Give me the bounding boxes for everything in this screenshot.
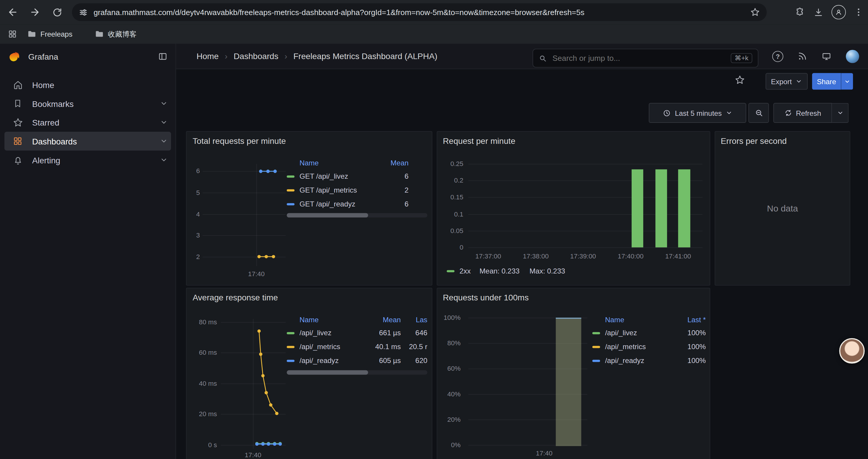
chevron-down-icon[interactable] xyxy=(160,137,168,145)
export-button[interactable]: Export xyxy=(766,73,807,90)
extensions-icon[interactable] xyxy=(795,7,806,18)
series-name[interactable]: /api/_readyz xyxy=(605,357,675,365)
search-input[interactable] xyxy=(551,53,731,63)
grafana-header: Home › Dashboards › Freeleaps Metrics Da… xyxy=(176,44,868,69)
reload-button[interactable] xyxy=(48,3,66,22)
series-mean: 6 xyxy=(386,200,409,208)
breadcrumb-home[interactable]: Home xyxy=(196,52,219,61)
panel-title[interactable]: Request per minute xyxy=(443,136,515,145)
series-name[interactable]: GET /api/_readyz xyxy=(300,200,386,208)
legend-header-mean[interactable]: Mean xyxy=(366,315,401,323)
zoom-out-button[interactable] xyxy=(748,103,769,123)
series-name[interactable]: /api/_metrics xyxy=(605,342,675,351)
panel-requests-under-100ms[interactable]: Requests under 100ms 100%80%60%40%20%0% … xyxy=(437,288,710,459)
menu-kebab-icon[interactable] xyxy=(854,7,864,17)
series-name[interactable]: /api/_livez xyxy=(605,329,675,337)
apps-grid-icon[interactable] xyxy=(8,29,17,39)
url-bar[interactable]: grafana.mathmast.com/d/deytv4rwavabkb/fr… xyxy=(72,3,767,21)
legend-row[interactable]: /api/_readyz 605 µs 620 xyxy=(287,354,428,367)
y-axis: 80 ms60 ms40 ms20 ms0 s xyxy=(191,319,217,449)
chart-plot xyxy=(203,164,286,266)
refresh-button[interactable]: Refresh xyxy=(773,103,832,123)
legend-row[interactable]: GET /api/_readyz 6 xyxy=(287,197,428,211)
panel-total-requests[interactable]: Total requests per minute 65432 17:40 Na… xyxy=(186,131,433,286)
legend-header-row: Name Mean xyxy=(287,156,428,169)
brand-name: Grafana xyxy=(28,52,59,61)
scrollbar-thumb[interactable] xyxy=(287,213,368,218)
panel-title[interactable]: Total requests per minute xyxy=(193,136,286,145)
legend-inline[interactable]: 2xx Mean: 0.233 Max: 0.233 xyxy=(447,267,565,275)
sidebar-item-dashboards[interactable]: Dashboards xyxy=(4,132,171,151)
share-button[interactable]: Share xyxy=(812,73,841,90)
panel-title[interactable]: Requests under 100ms xyxy=(443,293,529,302)
bookmark-star-icon[interactable] xyxy=(750,7,760,17)
legend-header-name[interactable]: Name xyxy=(605,315,675,323)
profile-avatar[interactable] xyxy=(831,5,846,20)
breadcrumb-dashboards[interactable]: Dashboards xyxy=(234,52,279,61)
series-name[interactable]: /api/_readyz xyxy=(300,357,367,365)
series-name[interactable]: /api/_livez xyxy=(300,329,367,337)
panel-errors-per-second[interactable]: Errors per second No data xyxy=(715,131,850,286)
user-avatar[interactable] xyxy=(846,50,859,63)
legend-header-mean[interactable]: Mean xyxy=(386,159,409,167)
legend-row[interactable]: /api/_metrics 100% xyxy=(592,340,706,354)
chart-plot xyxy=(468,164,703,248)
back-button[interactable] xyxy=(3,3,22,22)
chevron-down-icon[interactable] xyxy=(160,156,168,164)
floating-assistant-avatar[interactable] xyxy=(839,338,865,364)
legend-row[interactable]: /api/_livez 100% xyxy=(592,326,706,340)
bookmark-label: Freeleaps xyxy=(40,30,72,38)
monitor-icon[interactable] xyxy=(822,51,832,61)
legend-header-last[interactable]: Las xyxy=(401,315,428,323)
refresh-interval-caret[interactable] xyxy=(832,103,848,123)
legend-header-last[interactable]: Last * xyxy=(675,315,706,323)
sidebar-item-bookmarks[interactable]: Bookmarks xyxy=(4,94,171,113)
panel-request-per-minute[interactable]: Request per minute 0.250.20.150.10.050 1… xyxy=(437,131,710,286)
legend-row[interactable]: GET /api/_livez 6 xyxy=(287,169,428,183)
share-label: Share xyxy=(817,77,836,85)
panel-average-response-time[interactable]: Average response time 80 ms60 ms40 ms20 … xyxy=(186,288,433,459)
legend-row[interactable]: /api/_readyz 100% xyxy=(592,354,706,367)
grafana-logo[interactable] xyxy=(8,50,20,63)
series-name[interactable]: /api/_metrics xyxy=(300,342,367,351)
sidebar-item-label: Bookmarks xyxy=(32,99,74,108)
legend-header-name[interactable]: Name xyxy=(300,315,367,323)
collapse-sidebar-icon[interactable] xyxy=(158,52,168,61)
rss-icon[interactable] xyxy=(798,52,807,61)
forward-button[interactable] xyxy=(25,3,44,22)
refresh-icon xyxy=(784,109,792,117)
series-name[interactable]: 2xx xyxy=(459,267,471,275)
bookmark-folder-freeleaps[interactable]: Freeleaps xyxy=(23,27,77,41)
panel-title[interactable]: Average response time xyxy=(193,293,278,302)
sidebar-item-alerting[interactable]: Alerting xyxy=(4,151,171,169)
legend-header-row: Name Last * xyxy=(592,313,706,326)
sidebar-item-starred[interactable]: Starred xyxy=(4,113,171,132)
favorite-star-icon[interactable] xyxy=(735,75,745,85)
legend-row[interactable]: GET /api/_metrics 2 xyxy=(287,183,428,197)
chevron-down-icon xyxy=(796,78,802,85)
url-text[interactable]: grafana.mathmast.com/d/deytv4rwavabkb/fr… xyxy=(94,8,750,17)
search-bar[interactable]: ⌘+k xyxy=(533,49,758,68)
legend-row[interactable]: /api/_metrics 40.1 ms 20.5 r xyxy=(287,340,428,354)
clock-icon xyxy=(663,109,671,117)
help-icon[interactable]: ? xyxy=(772,51,783,61)
refresh-split-button: Refresh xyxy=(773,103,849,123)
legend-row[interactable]: /api/_livez 661 µs 646 xyxy=(287,326,428,340)
chevron-down-icon[interactable] xyxy=(160,119,168,126)
sidebar-item-home[interactable]: Home xyxy=(4,75,171,94)
series-name[interactable]: GET /api/_metrics xyxy=(300,186,386,194)
series-name[interactable]: GET /api/_livez xyxy=(300,172,386,181)
site-info-icon[interactable] xyxy=(79,7,88,17)
time-range-picker[interactable]: Last 5 minutes xyxy=(649,103,746,123)
bookmarks-bar: Freeleaps 收藏博客 xyxy=(0,24,868,44)
bookmark-folder-blogs[interactable]: 收藏博客 xyxy=(90,27,141,41)
share-menu-caret[interactable] xyxy=(841,73,853,90)
chevron-down-icon[interactable] xyxy=(160,100,168,107)
legend-header-name[interactable]: Name xyxy=(300,159,386,167)
legend-scrollbar[interactable] xyxy=(287,370,428,375)
scrollbar-thumb[interactable] xyxy=(287,370,368,375)
legend-scrollbar[interactable] xyxy=(287,213,428,218)
y-axis: 65432 xyxy=(190,164,200,266)
zoom-out-icon xyxy=(754,108,763,117)
downloads-icon[interactable] xyxy=(813,7,824,18)
